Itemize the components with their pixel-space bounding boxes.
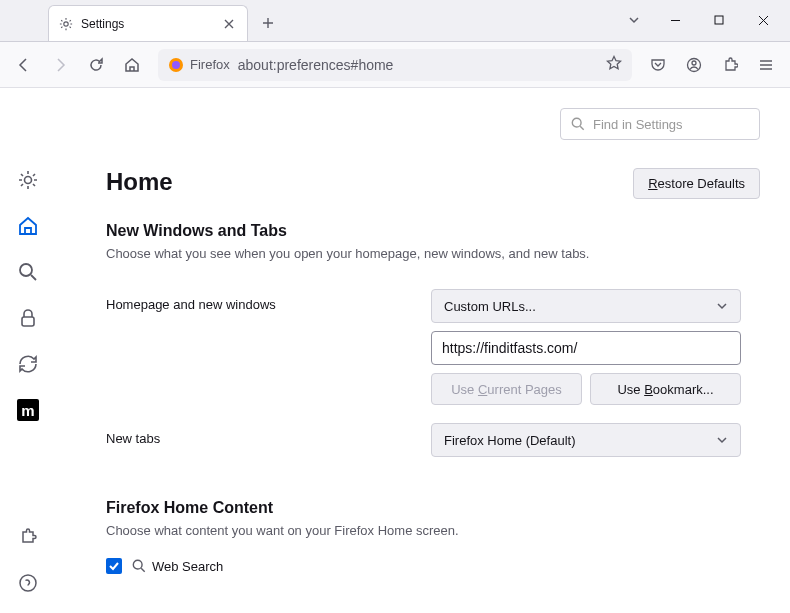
svg-point-3 — [172, 61, 180, 69]
home-icon — [124, 57, 140, 73]
svg-point-11 — [133, 560, 142, 569]
sidebar-search[interactable] — [16, 260, 40, 284]
svg-point-6 — [25, 177, 32, 184]
search-placeholder: Find in Settings — [593, 117, 683, 132]
web-search-label: Web Search — [132, 559, 223, 574]
sidebar-privacy[interactable] — [16, 306, 40, 330]
url-text: about:preferences#home — [238, 57, 598, 73]
restore-defaults-button[interactable]: Restore Defaults — [633, 168, 760, 199]
content-area: m Find in Settings Home Restore Defaults… — [0, 88, 790, 613]
puzzle-icon — [18, 527, 38, 547]
forward-button — [44, 49, 76, 81]
svg-point-0 — [64, 21, 68, 25]
bookmark-star-button[interactable] — [606, 55, 622, 75]
search-icon — [17, 261, 39, 283]
help-icon — [18, 573, 38, 593]
maximize-icon — [714, 15, 724, 25]
tab-bar: Settings — [0, 0, 790, 42]
sidebar-home[interactable] — [16, 214, 40, 238]
lock-icon — [17, 307, 39, 329]
sidebar-help[interactable] — [16, 571, 40, 595]
find-in-settings[interactable]: Find in Settings — [560, 108, 760, 140]
window-controls — [616, 0, 790, 41]
account-icon — [686, 57, 702, 73]
homepage-url-input[interactable] — [431, 331, 741, 365]
chevron-down-icon — [628, 14, 640, 26]
reload-icon — [88, 57, 104, 73]
extensions-button[interactable] — [714, 49, 746, 81]
homepage-mode-select[interactable]: Custom URLs... — [431, 289, 741, 323]
app-menu-button[interactable] — [750, 49, 782, 81]
back-button[interactable] — [8, 49, 40, 81]
row-homepage: Homepage and new windows Custom URLs... … — [106, 289, 760, 405]
check-icon — [108, 560, 120, 572]
section-heading-windows-tabs: New Windows and Tabs — [106, 222, 760, 240]
row-new-tabs: New tabs Firefox Home (Default) — [106, 423, 760, 465]
main-panel: Find in Settings Home Restore Defaults N… — [56, 88, 790, 613]
tab-settings[interactable]: Settings — [48, 5, 248, 41]
arrow-left-icon — [16, 57, 32, 73]
firefox-icon — [168, 57, 184, 73]
reload-button[interactable] — [80, 49, 112, 81]
new-tab-button[interactable] — [254, 9, 282, 37]
section-desc-home-content: Choose what content you want on your Fir… — [106, 523, 760, 538]
settings-sidebar: m — [0, 88, 56, 613]
m-icon: m — [17, 399, 39, 421]
use-current-pages-button: Use Current Pages — [431, 373, 582, 405]
close-window-button[interactable] — [742, 2, 784, 38]
label-new-tabs: New tabs — [106, 423, 431, 446]
tabs-dropdown-button[interactable] — [616, 2, 652, 38]
home-icon — [17, 215, 39, 237]
minimize-button[interactable] — [654, 2, 696, 38]
tab-close-button[interactable] — [221, 16, 237, 32]
tab-title: Settings — [81, 17, 124, 31]
pocket-button[interactable] — [642, 49, 674, 81]
close-icon — [758, 15, 769, 26]
nav-bar: Firefox about:preferences#home — [0, 42, 790, 88]
star-icon — [606, 55, 622, 71]
close-icon — [224, 19, 234, 29]
svg-point-7 — [20, 264, 32, 276]
minimize-icon — [670, 15, 681, 26]
svg-point-10 — [572, 118, 581, 127]
pocket-icon — [650, 57, 666, 73]
puzzle-icon — [722, 57, 738, 73]
chevron-down-icon — [716, 300, 728, 312]
url-bar[interactable]: Firefox about:preferences#home — [158, 49, 632, 81]
account-button[interactable] — [678, 49, 710, 81]
search-icon — [132, 559, 146, 573]
maximize-button[interactable] — [698, 2, 740, 38]
web-search-row: Web Search — [106, 558, 760, 574]
label-homepage: Homepage and new windows — [106, 289, 431, 312]
web-search-checkbox[interactable] — [106, 558, 122, 574]
sidebar-general[interactable] — [16, 168, 40, 192]
arrow-right-icon — [52, 57, 68, 73]
svg-rect-8 — [22, 317, 34, 326]
sidebar-more[interactable]: m — [16, 398, 40, 422]
home-button[interactable] — [116, 49, 148, 81]
new-tabs-select[interactable]: Firefox Home (Default) — [431, 423, 741, 457]
sync-icon — [17, 353, 39, 375]
gear-icon — [17, 169, 39, 191]
chevron-down-icon — [716, 434, 728, 446]
search-icon — [571, 117, 585, 131]
gear-icon — [59, 17, 73, 31]
use-bookmark-button[interactable]: Use Bookmark... — [590, 373, 741, 405]
hamburger-icon — [758, 57, 774, 73]
svg-point-5 — [692, 61, 696, 65]
sidebar-sync[interactable] — [16, 352, 40, 376]
section-heading-home-content: Firefox Home Content — [106, 499, 760, 517]
plus-icon — [262, 17, 274, 29]
section-desc: Choose what you see when you open your h… — [106, 246, 760, 261]
site-identity[interactable]: Firefox — [168, 57, 230, 73]
svg-rect-1 — [715, 16, 723, 24]
sidebar-extensions[interactable] — [16, 525, 40, 549]
